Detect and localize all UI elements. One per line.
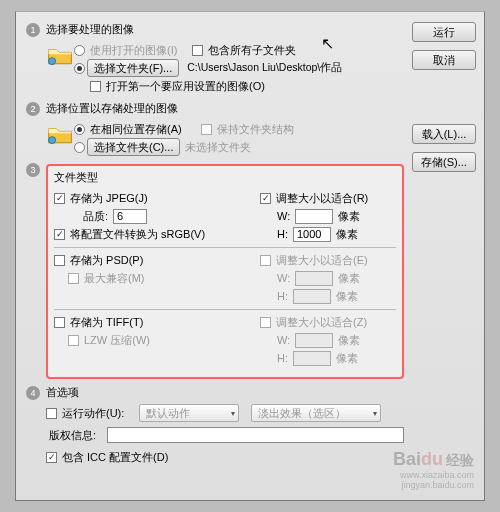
save-jpeg-label: 存储为 JPEG(J) xyxy=(67,191,151,206)
icc-label: 包含 ICC 配置文件(D) xyxy=(59,450,171,465)
radio-same-location[interactable] xyxy=(74,124,85,135)
section-3-title: 文件类型 xyxy=(54,170,396,185)
section-file-type: 3 文件类型 存储为 JPEG(J) 品质: xyxy=(26,162,404,379)
mouse-cursor: ↖ xyxy=(321,34,334,53)
px-label: 像素 xyxy=(333,289,361,304)
checkbox-jpeg-resize[interactable] xyxy=(260,193,271,204)
open-first-image-label: 打开第一个要应用设置的图像(O) xyxy=(103,79,268,94)
checkbox-srgb[interactable] xyxy=(54,229,65,240)
folder-icon xyxy=(46,120,74,148)
watermark: Baidu 经验 www.xiazaiba.com jingyan.baidu.… xyxy=(393,449,474,490)
no-folder-label: 未选择文件夹 xyxy=(182,140,254,155)
h-label: H: xyxy=(274,228,291,240)
section-4-title: 首选项 xyxy=(46,385,404,400)
checkbox-tiff-resize xyxy=(260,317,271,328)
tiff-block: 存储为 TIFF(T) LZW 压缩(W) 调整大小以适合(Z) xyxy=(54,313,396,367)
section-preferences: 4 首选项 运行动作(U): 默认动作 淡出效果（选区） 版权信息: xyxy=(26,385,404,466)
tiff-resize-label: 调整大小以适合(Z) xyxy=(273,315,370,330)
radio-open-images[interactable] xyxy=(74,45,85,56)
checkbox-lzw xyxy=(68,335,79,346)
copyright-input[interactable] xyxy=(107,427,404,443)
step-2-badge: 2 xyxy=(26,102,40,116)
radio-choose-folder[interactable] xyxy=(74,63,85,74)
file-type-group: 文件类型 存储为 JPEG(J) 品质: xyxy=(46,164,404,379)
section-source: 1 选择要处理的图像 使用打开的图像(I) 包含所有子文件夹 xyxy=(26,22,404,95)
h-label: H: xyxy=(274,290,291,302)
section-1-title: 选择要处理的图像 xyxy=(46,22,404,37)
px-label: 像素 xyxy=(335,333,363,348)
same-location-label: 在相同位置存储(A) xyxy=(87,122,185,137)
svg-point-0 xyxy=(49,58,56,65)
separator xyxy=(54,247,396,248)
action-set-combo: 默认动作 xyxy=(139,404,239,422)
run-button[interactable]: 运行 xyxy=(412,22,476,42)
checkbox-include-subfolders[interactable] xyxy=(192,45,203,56)
choose-source-folder-button[interactable]: 选择文件夹(F)... xyxy=(87,59,179,77)
choose-dest-folder-button[interactable]: 选择文件夹(C)... xyxy=(87,138,180,156)
srgb-label: 将配置文件转换为 sRGB(V) xyxy=(67,227,208,242)
jpeg-block: 存储为 JPEG(J) 品质: 将配置文件转换为 sRGB(V) xyxy=(54,189,396,243)
px-label: 像素 xyxy=(335,271,363,286)
w-label: W: xyxy=(274,334,293,346)
checkbox-keep-structure xyxy=(201,124,212,135)
checkbox-max-compat xyxy=(68,273,79,284)
px-label: 像素 xyxy=(333,227,361,242)
section-destination: 2 选择位置以存储处理的图像 在相同位置存储(A) 保持文件夹结构 xyxy=(26,101,404,156)
checkbox-save-psd[interactable] xyxy=(54,255,65,266)
step-4-badge: 4 xyxy=(26,386,40,400)
svg-point-1 xyxy=(49,137,56,144)
tiff-width-input xyxy=(295,333,333,348)
source-path: C:\Users\Jason Liu\Desktop\作品 xyxy=(181,61,342,75)
save-button[interactable]: 存储(S)... xyxy=(412,152,476,172)
action-combo: 淡出效果（选区） xyxy=(251,404,381,422)
step-3-badge: 3 xyxy=(26,163,40,177)
jpeg-resize-label: 调整大小以适合(R) xyxy=(273,191,371,206)
include-subfolders-label: 包含所有子文件夹 xyxy=(205,43,299,58)
px-label: 像素 xyxy=(335,209,363,224)
run-action-label: 运行动作(U): xyxy=(59,406,127,421)
separator xyxy=(54,309,396,310)
use-open-images-label: 使用打开的图像(I) xyxy=(87,43,180,58)
checkbox-save-tiff[interactable] xyxy=(54,317,65,328)
cancel-button[interactable]: 取消 xyxy=(412,50,476,70)
main-content: 1 选择要处理的图像 使用打开的图像(I) 包含所有子文件夹 xyxy=(26,22,404,496)
radio-choose-dest-folder[interactable] xyxy=(74,142,85,153)
keep-structure-label: 保持文件夹结构 xyxy=(214,122,297,137)
psd-resize-label: 调整大小以适合(E) xyxy=(273,253,371,268)
checkbox-psd-resize xyxy=(260,255,271,266)
copyright-label: 版权信息: xyxy=(46,428,99,443)
jpeg-quality-label: 品质: xyxy=(80,209,111,224)
load-button[interactable]: 载入(L)... xyxy=(412,124,476,144)
button-column: 运行 取消 载入(L)... 存储(S)... xyxy=(404,22,476,496)
checkbox-open-first-image[interactable] xyxy=(90,81,101,92)
px-label: 像素 xyxy=(333,351,361,366)
psd-width-input xyxy=(295,271,333,286)
h-label: H: xyxy=(274,352,291,364)
step-1-badge: 1 xyxy=(26,23,40,37)
w-label: W: xyxy=(274,210,293,222)
checkbox-save-jpeg[interactable] xyxy=(54,193,65,204)
checkbox-icc[interactable] xyxy=(46,452,57,463)
w-label: W: xyxy=(274,272,293,284)
save-psd-label: 存储为 PSD(P) xyxy=(67,253,146,268)
folder-icon xyxy=(46,41,74,69)
jpeg-width-input[interactable] xyxy=(295,209,333,224)
psd-block: 存储为 PSD(P) 最大兼容(M) 调整大小以适合(E) xyxy=(54,251,396,305)
save-tiff-label: 存储为 TIFF(T) xyxy=(67,315,146,330)
checkbox-run-action[interactable] xyxy=(46,408,57,419)
max-compat-label: 最大兼容(M) xyxy=(81,271,148,286)
jpeg-quality-input[interactable] xyxy=(113,209,147,224)
tiff-height-input xyxy=(293,351,331,366)
lzw-label: LZW 压缩(W) xyxy=(81,333,153,348)
dialog-window: ↖ 1 选择要处理的图像 使用打开的图像(I) xyxy=(15,11,485,501)
jpeg-height-input[interactable] xyxy=(293,227,331,242)
section-2-title: 选择位置以存储处理的图像 xyxy=(46,101,404,116)
psd-height-input xyxy=(293,289,331,304)
